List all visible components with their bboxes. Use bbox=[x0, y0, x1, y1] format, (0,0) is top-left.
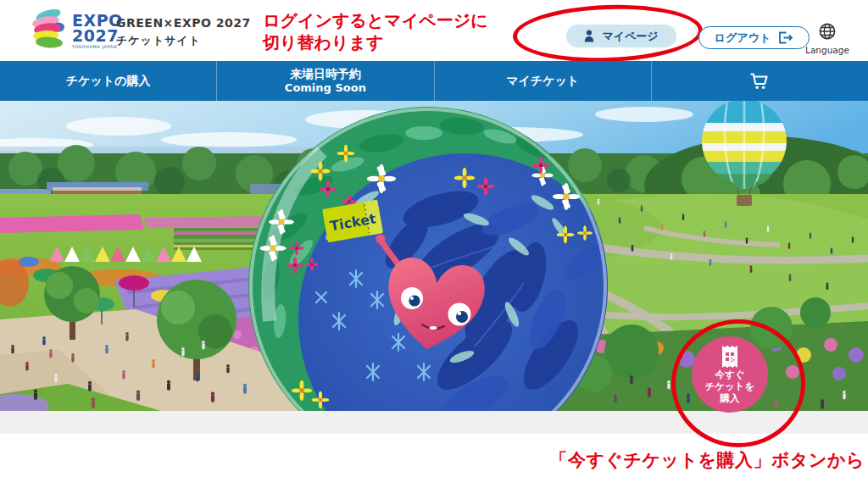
page: EXPO 2027 YOKOHAMA JAPAN GREEN×EXPO 2027… bbox=[0, 0, 868, 488]
nav-my-ticket[interactable]: マイチケット bbox=[434, 61, 651, 101]
coming-soon-label: Coming Soon bbox=[285, 81, 366, 95]
globe-icon bbox=[818, 22, 837, 41]
buy-now-button[interactable]: 今すぐ チケットを 購入 bbox=[692, 336, 768, 413]
expo-logo-text: EXPO 2027 YOKOHAMA JAPAN bbox=[72, 13, 123, 49]
annotation-bottom-text: 「今すぐチケットを購入」ボタンから bbox=[550, 448, 865, 472]
header: EXPO 2027 YOKOHAMA JAPAN GREEN×EXPO 2027… bbox=[0, 0, 868, 61]
buy-now-line1: 今すぐ bbox=[715, 369, 744, 380]
site-title-line1: GREEN×EXPO 2027 bbox=[116, 16, 251, 30]
mypage-button[interactable]: マイページ bbox=[566, 25, 676, 47]
logo-sub: YOKOHAMA JAPAN bbox=[72, 45, 123, 49]
buy-now-line3: 購入 bbox=[721, 392, 740, 404]
mypage-button-label: マイページ bbox=[602, 29, 658, 44]
annotation-top-text: ログインするとマイページに 切り替わります bbox=[263, 9, 488, 53]
site-title-line2: チケットサイト bbox=[116, 33, 251, 48]
site-title: GREEN×EXPO 2027 チケットサイト bbox=[116, 16, 251, 48]
language-switcher[interactable]: Language bbox=[800, 22, 854, 55]
ticket-icon bbox=[720, 345, 740, 369]
buy-now-line2: チケットを bbox=[705, 380, 755, 392]
person-icon bbox=[584, 30, 594, 42]
main-nav: チケットの購入 来場日時予約 Coming Soon マイチケット bbox=[0, 61, 868, 101]
cart-icon bbox=[748, 72, 771, 91]
nav-ticket-purchase[interactable]: チケットの購入 bbox=[0, 61, 216, 101]
logout-icon bbox=[778, 31, 793, 44]
logout-button[interactable]: ログアウト bbox=[698, 26, 810, 49]
hero-bottom-strip bbox=[0, 411, 868, 434]
nav-visit-reservation[interactable]: 来場日時予約 Coming Soon bbox=[216, 61, 433, 101]
expo-logo-icon bbox=[28, 8, 67, 52]
nav-cart[interactable] bbox=[651, 61, 868, 101]
logout-button-label: ログアウト bbox=[715, 30, 771, 46]
language-label: Language bbox=[800, 45, 854, 55]
site-logo[interactable]: EXPO 2027 YOKOHAMA JAPAN bbox=[28, 8, 123, 52]
logo-year: 2027 bbox=[72, 28, 123, 43]
